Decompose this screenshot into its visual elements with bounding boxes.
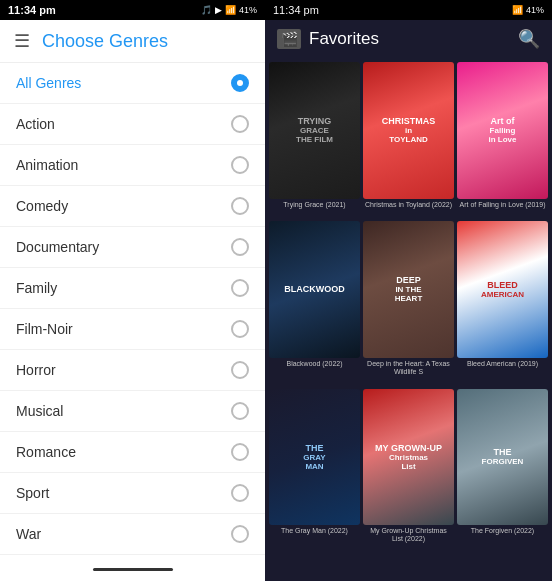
genre-label-war: War bbox=[16, 526, 41, 542]
status-bar-right: 11:34 pm 📶 41% bbox=[265, 0, 552, 20]
nav-bar-left bbox=[0, 557, 265, 581]
genre-item-film-noir[interactable]: Film-Noir bbox=[0, 309, 265, 350]
genre-item-sport[interactable]: Sport bbox=[0, 473, 265, 514]
movie-title-bleed-american: Bleed American (2019) bbox=[457, 358, 548, 369]
genre-item-documentary[interactable]: Documentary bbox=[0, 227, 265, 268]
radio-musical bbox=[231, 402, 249, 420]
genre-item-family[interactable]: Family bbox=[0, 268, 265, 309]
favorites-header: 🎬 Favorites 🔍 bbox=[265, 20, 552, 58]
genre-label-all: All Genres bbox=[16, 75, 81, 91]
signal-icon: 📶 bbox=[225, 5, 236, 15]
genre-item-horror[interactable]: Horror bbox=[0, 350, 265, 391]
movie-card-deep-heart[interactable]: DEEPIN THEHEARTDeep in the Heart: A Texa… bbox=[363, 221, 454, 385]
bluetooth-icon: 🎵 bbox=[201, 5, 212, 15]
genre-label-romance: Romance bbox=[16, 444, 76, 460]
radio-romance bbox=[231, 443, 249, 461]
movie-poster-christmas-toyland: CHRISTMASinTOYLAND bbox=[363, 62, 454, 199]
movie-title-deep-heart: Deep in the Heart: A Texas Wildlife S bbox=[363, 358, 454, 378]
radio-horror bbox=[231, 361, 249, 379]
movie-card-trying-grace[interactable]: TRYINGGRACETHE FILMTrying Grace (2021) bbox=[269, 62, 360, 218]
genre-item-action[interactable]: Action bbox=[0, 104, 265, 145]
favorites-title: Favorites bbox=[309, 29, 379, 49]
genre-label-animation: Animation bbox=[16, 157, 78, 173]
movie-poster-text-art-falling-love: Art ofFallingin Love bbox=[457, 62, 548, 199]
genre-list: All GenresActionAnimationComedyDocumenta… bbox=[0, 63, 265, 557]
time-left: 11:34 pm bbox=[8, 4, 56, 16]
movie-title-trying-grace: Trying Grace (2021) bbox=[269, 199, 360, 210]
radio-sport bbox=[231, 484, 249, 502]
movie-card-blackwood[interactable]: BLACKWOODBlackwood (2022) bbox=[269, 221, 360, 385]
genre-item-war[interactable]: War bbox=[0, 514, 265, 555]
signal-icon-right: 📶 bbox=[512, 5, 523, 15]
movie-card-christmas-toyland[interactable]: CHRISTMASinTOYLANDChristmas in Toyland (… bbox=[363, 62, 454, 218]
radio-comedy bbox=[231, 197, 249, 215]
movie-poster-text-bleed-american: BLEEDAMERICAN bbox=[457, 221, 548, 358]
movie-poster-text-deep-heart: DEEPIN THEHEART bbox=[363, 221, 454, 358]
nav-indicator-left bbox=[93, 568, 173, 571]
favorites-panel: 11:34 pm 📶 41% 🎬 Favorites 🔍 TRYINGGRACE… bbox=[265, 0, 552, 581]
movie-title-art-falling-love: Art of Falling in Love (2019) bbox=[457, 199, 548, 210]
movie-poster-trying-grace: TRYINGGRACETHE FILM bbox=[269, 62, 360, 199]
radio-war bbox=[231, 525, 249, 543]
movie-card-gray-man[interactable]: THEGRAYMANThe Gray Man (2022) bbox=[269, 389, 360, 553]
genre-panel-title: Choose Genres bbox=[42, 31, 168, 52]
movie-poster-gray-man: THEGRAYMAN bbox=[269, 389, 360, 526]
time-right: 11:34 pm bbox=[273, 4, 319, 16]
battery-icon: 41% bbox=[239, 5, 257, 15]
genre-item-romance[interactable]: Romance bbox=[0, 432, 265, 473]
app-container: 11:34 pm 🎵 ▶ 📶 41% ☰ Choose Genres All G… bbox=[0, 0, 552, 581]
search-icon[interactable]: 🔍 bbox=[518, 28, 540, 50]
genre-label-comedy: Comedy bbox=[16, 198, 68, 214]
youtube-icon: ▶ bbox=[215, 5, 222, 15]
movie-card-bleed-american[interactable]: BLEEDAMERICANBleed American (2019) bbox=[457, 221, 548, 385]
movie-poster-text-blackwood: BLACKWOOD bbox=[269, 221, 360, 358]
movies-grid: TRYINGGRACETHE FILMTrying Grace (2021)CH… bbox=[265, 58, 552, 557]
genre-label-documentary: Documentary bbox=[16, 239, 99, 255]
movie-poster-forgiven: THEFORGIVEN bbox=[457, 389, 548, 526]
battery-icon-right: 41% bbox=[526, 5, 544, 15]
radio-family bbox=[231, 279, 249, 297]
movie-poster-text-trying-grace: TRYINGGRACETHE FILM bbox=[269, 62, 360, 199]
movie-poster-text-forgiven: THEFORGIVEN bbox=[457, 389, 548, 526]
movie-poster-text-gray-man: THEGRAYMAN bbox=[269, 389, 360, 526]
radio-animation bbox=[231, 156, 249, 174]
genre-label-family: Family bbox=[16, 280, 57, 296]
genre-label-musical: Musical bbox=[16, 403, 63, 419]
genre-item-animation[interactable]: Animation bbox=[0, 145, 265, 186]
status-icons-right: 📶 41% bbox=[512, 5, 544, 15]
movie-card-my-grown-up[interactable]: MY GROWN-UPChristmasListMy Grown-Up Chri… bbox=[363, 389, 454, 553]
movie-poster-my-grown-up: MY GROWN-UPChristmasList bbox=[363, 389, 454, 526]
header-left-group: 🎬 Favorites bbox=[277, 29, 379, 49]
status-icons-left: 🎵 ▶ 📶 41% bbox=[201, 5, 257, 15]
genre-header: ☰ Choose Genres bbox=[0, 20, 265, 63]
movie-title-christmas-toyland: Christmas in Toyland (2022) bbox=[363, 199, 454, 210]
status-bar-left: 11:34 pm 🎵 ▶ 📶 41% bbox=[0, 0, 265, 20]
genre-label-horror: Horror bbox=[16, 362, 56, 378]
movie-poster-deep-heart: DEEPIN THEHEART bbox=[363, 221, 454, 358]
movie-card-art-falling-love[interactable]: Art ofFallingin LoveArt of Falling in Lo… bbox=[457, 62, 548, 218]
movie-poster-text-christmas-toyland: CHRISTMASinTOYLAND bbox=[363, 62, 454, 199]
genre-label-action: Action bbox=[16, 116, 55, 132]
nav-bar-right bbox=[265, 557, 552, 581]
film-icon: 🎬 bbox=[277, 29, 301, 49]
radio-action bbox=[231, 115, 249, 133]
menu-icon[interactable]: ☰ bbox=[14, 30, 30, 52]
genre-label-film-noir: Film-Noir bbox=[16, 321, 73, 337]
genre-label-sport: Sport bbox=[16, 485, 49, 501]
movie-card-forgiven[interactable]: THEFORGIVENThe Forgiven (2022) bbox=[457, 389, 548, 553]
movie-poster-art-falling-love: Art ofFallingin Love bbox=[457, 62, 548, 199]
movie-title-forgiven: The Forgiven (2022) bbox=[457, 525, 548, 536]
movie-title-my-grown-up: My Grown-Up Christmas List (2022) bbox=[363, 525, 454, 545]
genre-panel: 11:34 pm 🎵 ▶ 📶 41% ☰ Choose Genres All G… bbox=[0, 0, 265, 581]
radio-documentary bbox=[231, 238, 249, 256]
genre-item-musical[interactable]: Musical bbox=[0, 391, 265, 432]
movie-poster-text-my-grown-up: MY GROWN-UPChristmasList bbox=[363, 389, 454, 526]
movie-poster-blackwood: BLACKWOOD bbox=[269, 221, 360, 358]
radio-film-noir bbox=[231, 320, 249, 338]
movie-title-gray-man: The Gray Man (2022) bbox=[269, 525, 360, 536]
movie-title-blackwood: Blackwood (2022) bbox=[269, 358, 360, 369]
genre-item-all[interactable]: All Genres bbox=[0, 63, 265, 104]
movie-poster-bleed-american: BLEEDAMERICAN bbox=[457, 221, 548, 358]
radio-all bbox=[231, 74, 249, 92]
genre-item-comedy[interactable]: Comedy bbox=[0, 186, 265, 227]
